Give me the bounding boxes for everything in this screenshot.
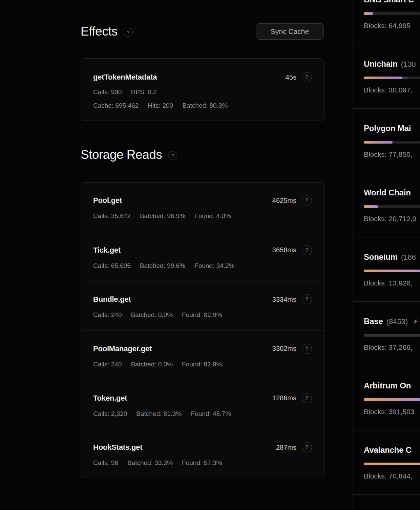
- stat-calls: Calls: 35,642: [93, 212, 131, 220]
- chain-section-bnb: BNB Smart C Blocks: 64,995: [353, 0, 420, 44]
- effects-header: Effects ?: [81, 24, 133, 39]
- effect-stat-rps: RPS: 0.2: [131, 88, 157, 96]
- help-icon[interactable]: ?: [302, 344, 312, 354]
- stat-calls: Calls: 65,605: [93, 262, 131, 270]
- effect-name: getTokenMetadata: [93, 73, 157, 82]
- effect-stat-batched: Batched: 80.3%: [182, 102, 228, 109]
- chain-name: Soneium: [364, 252, 398, 262]
- help-icon[interactable]: ?: [302, 294, 312, 304]
- storage-row-duration: 3334ms: [272, 296, 296, 303]
- chain-blocks: Blocks: 64,995: [364, 22, 420, 30]
- storage-reads-header: Storage Reads ?: [81, 148, 177, 162]
- chain-section-arbitrum: Arbitrum On Blocks: 391,503: [353, 366, 420, 430]
- chain-id: (130: [401, 60, 416, 69]
- help-icon[interactable]: ?: [302, 72, 312, 82]
- help-icon[interactable]: ?: [302, 245, 312, 255]
- chain-name: Avalanche C: [364, 445, 412, 455]
- stat-calls: Calls: 96: [93, 459, 118, 467]
- chain-name: Arbitrum On: [364, 381, 411, 390]
- storage-row-name: Bundle.get: [93, 295, 131, 304]
- sync-progress-bar: [364, 334, 420, 337]
- storage-row-bundle-get: Bundle.get 3334ms ? Calls: 240 Batched: …: [81, 281, 324, 331]
- storage-row-poolmanager-get: PoolManager.get 3302ms ? Calls: 240 Batc…: [81, 331, 324, 380]
- effect-stat-calls: Calls: 990: [93, 88, 122, 96]
- effect-stat-cache: Cache: 695,462: [93, 102, 139, 109]
- chain-section-worldchain: World Chain Blocks: 20,712,0: [353, 173, 420, 237]
- chain-blocks: Blocks: 70,844,: [364, 472, 420, 480]
- storage-row-tick-get: Tick.get 3658ms ? Calls: 65,605 Batched:…: [81, 232, 324, 281]
- storage-row-name: Tick.get: [93, 246, 121, 255]
- chain-name: Base: [364, 317, 383, 326]
- storage-row-name: Pool.get: [93, 196, 122, 205]
- chain-section-unichain: Unichain (130 Blocks: 30,097,: [353, 44, 420, 109]
- stat-calls: Calls: 240: [93, 311, 122, 319]
- storage-reads-title: Storage Reads: [81, 148, 162, 162]
- chain-section-polygon: Polygon Mai Blocks: 77,850,: [353, 109, 420, 173]
- stat-batched: Batched: 99.6%: [140, 262, 185, 270]
- storage-row-duration: 4625ms: [272, 197, 296, 205]
- storage-row-duration: 3658ms: [272, 246, 296, 254]
- chain-blocks: Blocks: 37,266,: [364, 343, 420, 352]
- chain-name: Polygon Mai: [364, 124, 411, 133]
- storage-reads-card: Pool.get 4625ms ? Calls: 35,642 Batched:…: [81, 182, 324, 478]
- sync-progress-bar: [364, 141, 420, 144]
- stat-found: Found: 82.9%: [182, 311, 222, 319]
- storage-row-hookstats-get: HookStats.get 287ms ? Calls: 96 Batched:…: [81, 429, 324, 479]
- storage-row-name: PoolManager.get: [93, 344, 152, 353]
- help-icon[interactable]: ?: [302, 393, 312, 403]
- alert-icon: ⚡: [413, 318, 418, 326]
- stat-calls: Calls: 2,320: [93, 410, 127, 418]
- chain-id: (186: [401, 253, 416, 262]
- stat-found: Found: 82.9%: [182, 361, 222, 368]
- chain-section-base: Base (8453) ⚡ Blocks: 37,266,: [353, 302, 420, 366]
- chain-blocks: Blocks: 77,850,: [364, 150, 420, 158]
- chain-blocks: Blocks: 20,712,0: [364, 215, 420, 223]
- chain-name: World Chain: [364, 188, 411, 197]
- sync-cache-button[interactable]: Sync Cache: [256, 23, 324, 40]
- storage-row-duration: 287ms: [276, 444, 296, 451]
- sync-progress-bar: [364, 205, 420, 208]
- chain-id: (8453): [386, 317, 408, 326]
- effects-card: getTokenMetadata 45s ? Calls: 990 RPS: 0…: [81, 58, 324, 121]
- sync-progress-bar: [364, 270, 420, 272]
- storage-row-duration: 3302ms: [272, 345, 296, 353]
- stat-batched: Batched: 0.0%: [131, 311, 173, 319]
- chain-blocks: Blocks: 391,503: [364, 408, 420, 416]
- stat-batched: Batched: 0.0%: [131, 361, 173, 368]
- chains-panel: BNB Smart C Blocks: 64,995 Unichain (130…: [353, 0, 420, 510]
- help-icon[interactable]: ?: [168, 151, 177, 160]
- storage-row-duration: 1286ms: [272, 394, 296, 402]
- stat-batched: Batched: 96.9%: [140, 212, 185, 220]
- stat-batched: Batched: 81.3%: [136, 410, 182, 418]
- effects-title: Effects: [81, 24, 118, 39]
- storage-row-token-get: Token.get 1286ms ? Calls: 2,320 Batched:…: [81, 380, 324, 429]
- sync-progress-bar: [364, 463, 420, 465]
- sync-progress-bar: [364, 398, 420, 401]
- help-icon[interactable]: ?: [124, 28, 133, 37]
- stat-found: Found: 48.7%: [191, 410, 231, 418]
- stat-found: Found: 57.3%: [182, 459, 222, 467]
- stat-found: Found: 4.0%: [194, 212, 231, 220]
- sync-progress-bar: [364, 12, 420, 15]
- storage-row-name: HookStats.get: [93, 443, 142, 452]
- effect-stat-hits: Hits: 200: [148, 102, 173, 109]
- chain-name: BNB Smart C: [364, 0, 414, 4]
- chain-name: Unichain: [364, 59, 398, 69]
- storage-row-pool-get: Pool.get 4625ms ? Calls: 35,642 Batched:…: [81, 183, 324, 232]
- help-icon[interactable]: ?: [302, 195, 312, 206]
- storage-row-name: Token.get: [93, 394, 127, 403]
- chain-blocks: Blocks: 13,926,: [364, 279, 420, 287]
- effect-duration: 45s: [286, 73, 296, 81]
- stat-batched: Batched: 33.3%: [127, 459, 173, 467]
- stat-calls: Calls: 240: [93, 361, 122, 368]
- sync-progress-bar: [364, 77, 420, 79]
- chain-section-avalanche: Avalanche C Blocks: 70,844,: [353, 430, 420, 495]
- help-icon[interactable]: ?: [302, 442, 312, 452]
- chain-section-soneium: Soneium (186 Blocks: 13,926,: [353, 237, 420, 302]
- chain-blocks: Blocks: 30,097,: [364, 86, 420, 94]
- stat-found: Found: 34.2%: [194, 262, 234, 270]
